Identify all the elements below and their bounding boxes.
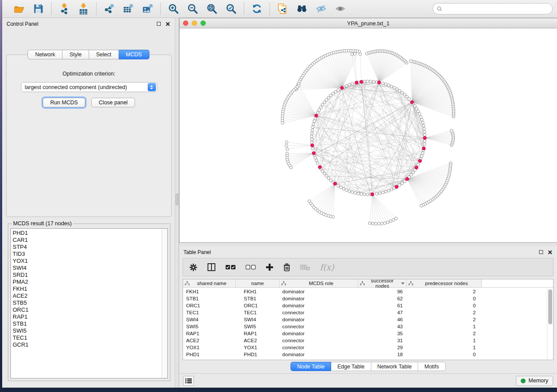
unselect-all-columns-button[interactable] bbox=[246, 261, 256, 273]
tab-network-table[interactable]: Network Table bbox=[371, 362, 419, 371]
zoom-in-button[interactable] bbox=[167, 3, 180, 15]
export-table-button[interactable] bbox=[122, 3, 135, 15]
gear-icon bbox=[189, 263, 197, 272]
column-label: successor nodes bbox=[365, 279, 400, 289]
select-all-columns-button[interactable] bbox=[225, 261, 236, 273]
toolbar-group bbox=[244, 3, 270, 15]
mcds-result-item[interactable]: PHD1 bbox=[13, 230, 162, 237]
float-table-panel-icon[interactable] bbox=[539, 250, 543, 254]
tab-motifs[interactable]: Motifs bbox=[418, 362, 445, 371]
table-scrollbar[interactable] bbox=[547, 288, 553, 360]
table-row[interactable]: YOX1YOX1connector291 bbox=[183, 344, 547, 351]
open-folder-button[interactable] bbox=[13, 3, 26, 15]
table-cell: PHD1 bbox=[183, 351, 236, 358]
zoom-out-icon bbox=[187, 3, 198, 14]
mcds-result-item[interactable]: TEC1 bbox=[13, 334, 162, 341]
table-row[interactable]: PHD1PHD1dominator180 bbox=[183, 351, 547, 358]
show-hidden-button[interactable] bbox=[334, 3, 347, 15]
table-cell: 1 bbox=[407, 337, 482, 344]
mcds-result-item[interactable]: FKH1 bbox=[13, 285, 162, 292]
save-button[interactable] bbox=[32, 3, 45, 15]
table-row[interactable]: SWI5SWI5connector431 bbox=[183, 323, 547, 330]
export-network-icon bbox=[104, 3, 115, 14]
mcds-result-list[interactable]: PHD1CAR1STP4TID3YOX1SWI4SRD1PMA2FKH1ACE2… bbox=[10, 228, 168, 378]
mcds-result-item[interactable]: STB5 bbox=[13, 299, 162, 306]
table-row[interactable]: ACE2ACE2connector311 bbox=[183, 337, 547, 344]
export-image-button[interactable] bbox=[141, 3, 154, 15]
tab-select[interactable]: Select bbox=[89, 50, 119, 59]
splitter-grip[interactable] bbox=[176, 194, 178, 205]
close-panel-icon[interactable]: ✕ bbox=[165, 21, 170, 27]
table-scrollbar-thumb[interactable] bbox=[548, 289, 552, 324]
zoom-fit-button[interactable] bbox=[205, 3, 218, 15]
delete-column-button[interactable] bbox=[283, 261, 291, 273]
table-row[interactable]: STB1STB1dominator620 bbox=[183, 295, 547, 302]
mcds-result-item[interactable]: CAR1 bbox=[13, 237, 162, 244]
search-field[interactable] bbox=[432, 3, 553, 14]
mcds-result-item[interactable]: STP4 bbox=[13, 244, 162, 251]
window-close-button[interactable] bbox=[183, 21, 188, 26]
tab-mcds[interactable]: MCDS bbox=[119, 50, 149, 59]
mcds-result-item[interactable]: SWI4 bbox=[13, 265, 162, 272]
copy-network-icon bbox=[277, 3, 288, 14]
mcds-result-item[interactable]: ACE2 bbox=[13, 292, 162, 299]
tab-edge-table[interactable]: Edge Table bbox=[331, 362, 371, 371]
mcds-list-scrollbar[interactable] bbox=[162, 229, 167, 378]
table-settings-button[interactable] bbox=[189, 261, 197, 273]
table-row[interactable]: ORC1ORC1dominator610 bbox=[183, 302, 547, 309]
column-header-MCDS-role[interactable]: MCDS role bbox=[280, 279, 358, 287]
save-icon bbox=[33, 3, 44, 14]
binoculars-button[interactable] bbox=[295, 3, 308, 15]
column-label: shared name bbox=[190, 281, 234, 286]
mcds-result-item[interactable]: TID3 bbox=[13, 251, 162, 258]
table-row[interactable]: FKH1FKH1dominator962 bbox=[183, 288, 547, 295]
mcds-result-item[interactable]: SRD1 bbox=[13, 272, 162, 279]
import-table-button[interactable] bbox=[77, 3, 90, 15]
toolbar-group bbox=[51, 3, 96, 15]
mcds-result-item[interactable]: SWI5 bbox=[13, 327, 162, 334]
mcds-result-item[interactable]: GCR1 bbox=[13, 341, 162, 348]
horizontal-splitter[interactable] bbox=[179, 243, 557, 246]
float-panel-icon[interactable] bbox=[157, 22, 161, 26]
vertical-splitter[interactable] bbox=[175, 18, 179, 388]
mcds-result-item[interactable]: ORC1 bbox=[13, 306, 162, 313]
column-header-shared-name[interactable]: shared name bbox=[183, 279, 236, 287]
import-network-button[interactable] bbox=[58, 3, 71, 15]
export-network-button[interactable] bbox=[103, 3, 116, 15]
search-input[interactable] bbox=[445, 6, 548, 12]
zoom-selected-button[interactable] bbox=[225, 3, 238, 15]
copy-network-button[interactable] bbox=[276, 3, 289, 15]
column-header-name[interactable]: name bbox=[236, 279, 280, 287]
tab-network[interactable]: Network bbox=[28, 50, 62, 59]
memory-status-button[interactable]: Memory bbox=[516, 376, 553, 386]
run-mcds-button[interactable]: Run MCDS bbox=[43, 98, 85, 107]
table-row[interactable]: SWI4SWI4dominator462 bbox=[183, 316, 547, 323]
refresh-button[interactable] bbox=[250, 3, 263, 15]
table-cell: 1 bbox=[407, 344, 482, 351]
close-table-panel-icon[interactable]: ✕ bbox=[547, 249, 553, 255]
tab-node-table[interactable]: Node Table bbox=[291, 362, 331, 371]
close-panel-button[interactable]: Close panel bbox=[91, 98, 135, 107]
mcds-result-item[interactable]: PMA2 bbox=[13, 279, 162, 285]
mcds-result-item[interactable]: STB1 bbox=[13, 320, 162, 327]
tab-style[interactable]: Style bbox=[62, 50, 89, 59]
column-header-predecessor-nodes[interactable]: predecessor nodes bbox=[407, 279, 482, 287]
create-column-button[interactable] bbox=[266, 261, 273, 273]
delete-table-button[interactable] bbox=[300, 261, 310, 273]
mcds-result-item[interactable]: RAP1 bbox=[13, 313, 162, 320]
mcds-result-item[interactable]: YOX1 bbox=[13, 258, 162, 265]
network-canvas[interactable] bbox=[180, 28, 557, 242]
mcds-result-title: MCDS result (17 nodes) bbox=[12, 220, 73, 227]
window-maximize-button[interactable] bbox=[201, 21, 206, 26]
column-header-successor-nodes[interactable]: successor nodes bbox=[358, 279, 407, 287]
zoom-out-button[interactable] bbox=[186, 3, 199, 15]
table-row[interactable]: RAP1RAP1dominator352 bbox=[183, 330, 547, 337]
window-minimize-button[interactable] bbox=[192, 21, 197, 26]
show-columns-button[interactable] bbox=[207, 261, 216, 273]
task-history-button[interactable] bbox=[183, 376, 194, 386]
main-toolbar bbox=[2, 0, 557, 18]
hide-selected-button[interactable] bbox=[315, 3, 328, 15]
function-builder-button[interactable]: f(x) bbox=[320, 261, 334, 273]
optimization-criterion-select[interactable]: largest connected component (undirected) bbox=[21, 82, 157, 92]
table-row[interactable]: TEC1TEC1connector472 bbox=[183, 309, 547, 316]
